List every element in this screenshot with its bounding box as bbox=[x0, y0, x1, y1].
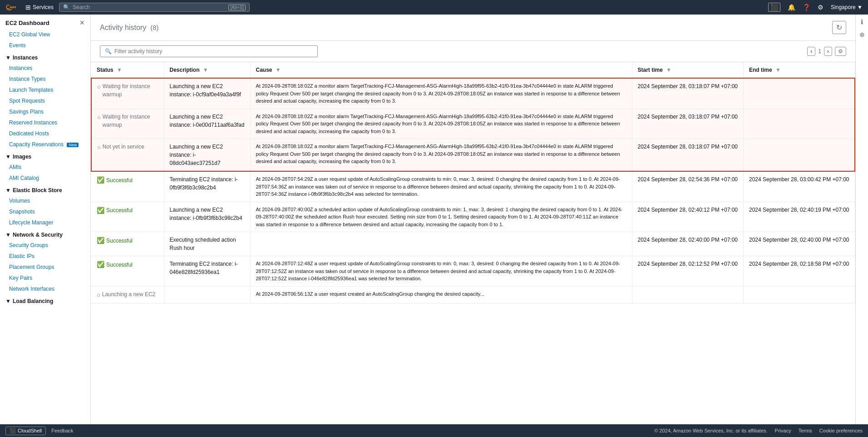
help-icon[interactable]: ❓ bbox=[803, 4, 810, 11]
sidebar-section-load-balancing[interactable]: ▼ Load Balancing bbox=[0, 294, 90, 306]
sidebar-section-network-security[interactable]: ▼ Network & Security bbox=[0, 228, 90, 240]
filter-input-wrapper[interactable]: 🔍 bbox=[100, 45, 318, 57]
cell-cause bbox=[250, 232, 632, 256]
cell-end-time: 2024 September 28, 02:40:00 PM +07:00 bbox=[744, 232, 855, 256]
table-settings-button[interactable]: ⚙ bbox=[835, 47, 846, 56]
new-badge: New bbox=[67, 143, 79, 147]
col-header-description[interactable]: Description ▼ bbox=[164, 62, 250, 78]
sidebar-item-launch-templates[interactable]: Launch Templates bbox=[0, 84, 90, 95]
cell-cause: At 2024-09-28T07:54:29Z a user request u… bbox=[250, 171, 632, 202]
sidebar: EC2 Dashboard ✕ EC2 Global View Events ▼… bbox=[0, 15, 91, 437]
table-row: ✅SuccessfulExecuting scheduled action Ru… bbox=[91, 232, 855, 256]
page-number: 1 bbox=[818, 48, 821, 55]
cell-end-time bbox=[744, 109, 855, 139]
aws-logo: aws bbox=[5, 3, 20, 12]
table-row: ✅SuccessfulTerminating EC2 instance: i-0… bbox=[91, 256, 855, 287]
svg-text:aws: aws bbox=[10, 5, 16, 9]
cell-description: Launching a new EC2 instance: i-08dc043a… bbox=[164, 139, 250, 172]
cell-end-time: 2024 September 28, 03:00:42 PM +07:00 bbox=[744, 171, 855, 202]
cell-status: ✅Successful bbox=[91, 232, 164, 256]
sidebar-item-spot-requests[interactable]: Spot Requests bbox=[0, 95, 90, 106]
bell-icon[interactable]: 🔔 bbox=[788, 4, 795, 11]
feedback-link[interactable]: Feedback bbox=[51, 428, 73, 433]
cloudshell-button[interactable]: ⬛ CloudShell bbox=[5, 427, 46, 435]
pagination-controls: ‹ 1 › ⚙ bbox=[807, 47, 846, 56]
privacy-link[interactable]: Privacy bbox=[775, 428, 791, 433]
pagination-next-button[interactable]: › bbox=[824, 47, 832, 56]
sidebar-item-ami-catalog[interactable]: AMI Catalog bbox=[0, 173, 90, 184]
sidebar-item-volumes[interactable]: Volumes bbox=[0, 195, 90, 206]
cell-start-time: 2024 September 28, 02:54:36 PM +07:00 bbox=[632, 171, 744, 202]
sidebar-section-ebs[interactable]: ▼ Elastic Block Store bbox=[0, 184, 90, 195]
cell-status: ○Launching a new EC2 bbox=[91, 286, 164, 303]
activity-table: Status ▼ Description ▼ Cause ▼ Start tim… bbox=[91, 62, 855, 303]
cell-start-time bbox=[632, 286, 744, 303]
sidebar-item-savings-plans[interactable]: Savings Plans bbox=[0, 106, 90, 117]
cell-status: ✅Successful bbox=[91, 202, 164, 232]
region-selector[interactable]: Singapore ▼ bbox=[831, 4, 863, 10]
bottom-bar: ⬛ CloudShell Feedback © 2024, Amazon Web… bbox=[0, 424, 868, 437]
refresh-button[interactable]: ↻ bbox=[832, 21, 846, 34]
sidebar-item-reserved-instances[interactable]: Reserved Instances bbox=[0, 117, 90, 128]
search-input[interactable] bbox=[73, 4, 226, 10]
sidebar-item-security-groups[interactable]: Security Groups bbox=[0, 240, 90, 251]
sidebar-item-events[interactable]: Events bbox=[0, 40, 90, 51]
table-row: ✅SuccessfulLaunching a new EC2 instance:… bbox=[91, 202, 855, 232]
activity-count: (8) bbox=[150, 24, 158, 31]
sidebar-close-button[interactable]: ✕ bbox=[79, 19, 85, 26]
sidebar-item-key-pairs[interactable]: Key Pairs bbox=[0, 273, 90, 283]
sidebar-item-amis[interactable]: AMIs bbox=[0, 162, 90, 173]
top-nav-right: ⬛ 🔔 ❓ ⚙ Singapore ▼ bbox=[768, 3, 863, 12]
sidebar-item-instances[interactable]: Instances bbox=[0, 63, 90, 74]
cell-end-time bbox=[744, 139, 855, 172]
cell-cause: At 2024-09-28T08:18:02Z a monitor alarm … bbox=[250, 139, 632, 172]
cell-cause: At 2024-09-28T08:18:02Z a monitor alarm … bbox=[250, 78, 632, 109]
col-header-cause[interactable]: Cause ▼ bbox=[250, 62, 632, 78]
bottom-bar-right: © 2024, Amazon Web Services, Inc. or its… bbox=[654, 428, 863, 433]
sidebar-item-capacity-reservations[interactable]: Capacity Reservations New bbox=[0, 139, 90, 150]
search-shortcut: [Alt+S] bbox=[228, 5, 246, 10]
sidebar-item-snapshots[interactable]: Snapshots bbox=[0, 206, 90, 217]
sidebar-item-instance-types[interactable]: Instance Types bbox=[0, 74, 90, 84]
page-header: Activity history (8) ↻ bbox=[91, 15, 855, 41]
cell-description: Launching a new EC2 instance: i-0cf9af0e… bbox=[164, 78, 250, 109]
sidebar-item-lifecycle-manager[interactable]: Lifecycle Manager bbox=[0, 217, 90, 228]
cell-start-time: 2024 September 28, 03:18:07 PM +07:00 bbox=[632, 139, 744, 172]
activity-table-container: Status ▼ Description ▼ Cause ▼ Start tim… bbox=[91, 62, 855, 437]
cell-start-time: 2024 September 28, 02:12:52 PM +07:00 bbox=[632, 256, 744, 287]
sidebar-section-instances[interactable]: ▼ Instances bbox=[0, 51, 90, 63]
settings-icon[interactable]: ⚙ bbox=[818, 4, 824, 11]
ec2-dashboard-link[interactable]: EC2 Dashboard bbox=[5, 20, 49, 26]
right-panel: ℹ ⊕ bbox=[855, 15, 868, 437]
pagination-prev-button[interactable]: ‹ bbox=[807, 47, 815, 56]
col-header-status[interactable]: Status ▼ bbox=[91, 62, 164, 78]
sidebar-item-global-view[interactable]: EC2 Global View bbox=[0, 29, 90, 40]
table-row: ○Waiting for instance warmupLaunching a … bbox=[91, 78, 855, 109]
cell-start-time: 2024 September 28, 03:18:07 PM +07:00 bbox=[632, 109, 744, 139]
sidebar-item-network-interfaces[interactable]: Network Interfaces bbox=[0, 283, 90, 294]
terms-link[interactable]: Terms bbox=[799, 428, 812, 433]
sidebar-item-dedicated-hosts[interactable]: Dedicated Hosts bbox=[0, 128, 90, 139]
col-header-start-time[interactable]: Start time ▼ bbox=[632, 62, 744, 78]
cookie-link[interactable]: Cookie preferences bbox=[819, 428, 863, 433]
filter-activity-input[interactable] bbox=[114, 48, 313, 55]
sidebar-item-placement-groups[interactable]: Placement Groups bbox=[0, 262, 90, 273]
cell-status: ○Waiting for instance warmup bbox=[91, 78, 164, 109]
terminal-icon[interactable]: ⬛ bbox=[768, 3, 780, 12]
cell-end-time bbox=[744, 286, 855, 303]
sidebar-item-elastic-ips[interactable]: Elastic IPs bbox=[0, 251, 90, 262]
col-header-end-time[interactable]: End time ▼ bbox=[744, 62, 855, 78]
cell-start-time: 2024 September 28, 03:18:07 PM +07:00 bbox=[632, 78, 744, 109]
cell-cause: At 2024-09-28T08:18:02Z a monitor alarm … bbox=[250, 109, 632, 139]
table-body: ○Waiting for instance warmupLaunching a … bbox=[91, 78, 855, 303]
table-row: ○Launching a new EC2At 2024-09-28T06:56:… bbox=[91, 286, 855, 303]
right-panel-icon-2[interactable]: ⊕ bbox=[859, 31, 865, 38]
global-search[interactable]: 🔍 [Alt+S] bbox=[59, 3, 250, 12]
right-panel-icon-1[interactable]: ℹ bbox=[861, 18, 863, 25]
table-row: ✅SuccessfulTerminating EC2 instance: i-0… bbox=[91, 171, 855, 202]
cell-end-time: 2024 September 28, 02:18:58 PM +07:00 bbox=[744, 256, 855, 287]
copyright-text: © 2024, Amazon Web Services, Inc. or its… bbox=[654, 428, 767, 433]
services-button[interactable]: ⊞ Services bbox=[25, 4, 54, 11]
top-navigation: aws ⊞ Services 🔍 [Alt+S] ⬛ 🔔 ❓ ⚙ Singapo… bbox=[0, 0, 868, 15]
sidebar-section-images[interactable]: ▼ Images bbox=[0, 150, 90, 162]
